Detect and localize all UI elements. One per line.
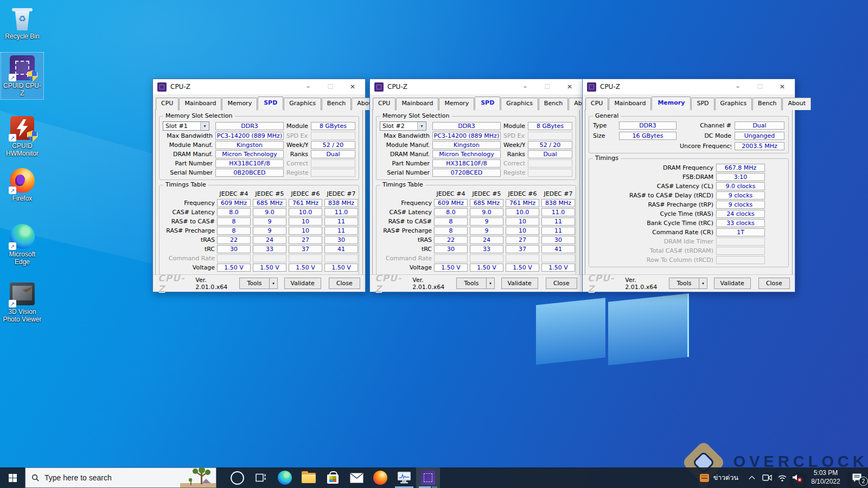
slot-combobox[interactable]: Slot #2▾ xyxy=(380,121,426,131)
tab-spd[interactable]: SPD xyxy=(475,97,500,109)
maximize-button[interactable]: ☐ xyxy=(538,79,557,94)
desktop-icon-recycle-bin[interactable]: ♻ Recycle Bin xyxy=(1,3,43,42)
column-header-jedec-6: JEDEC #6 xyxy=(506,190,539,198)
taskbar-cpuz-button[interactable] xyxy=(416,467,440,488)
tab-graphics[interactable]: Graphics xyxy=(501,98,538,110)
close-window-button[interactable]: Close xyxy=(546,278,577,289)
window-footer: CPU-Z Ver. 2.01.0.x64 Tools ▾ Validate C… xyxy=(583,274,795,292)
minimize-button[interactable]: – xyxy=(729,79,747,94)
maximize-button[interactable]: ☐ xyxy=(321,79,340,94)
tools-button[interactable]: Tools xyxy=(669,278,699,289)
tab-mainboard[interactable]: Mainboard xyxy=(396,98,438,110)
taskbar-firefox-button[interactable] xyxy=(368,467,392,488)
tools-dropdown-button[interactable]: ▾ xyxy=(486,278,495,289)
tab-spd[interactable]: SPD xyxy=(258,97,283,109)
tab-bench[interactable]: Bench xyxy=(322,98,351,110)
network-button[interactable] xyxy=(775,467,790,488)
field-ras-to-cas-0: 8 xyxy=(434,217,468,226)
field-cas-latency-3: 11.0 xyxy=(324,208,358,216)
desktop-icon-firefox[interactable]: ↗ Firefox xyxy=(1,165,43,204)
news-and-interests-button[interactable]: ข่าวด่วน xyxy=(694,467,744,488)
validate-button[interactable]: Validate xyxy=(501,278,538,289)
tab-mainboard[interactable]: Mainboard xyxy=(179,98,221,110)
memory-type-field: DDR3 xyxy=(432,122,501,130)
field-ras-precharge-0: 8 xyxy=(434,227,468,235)
tab-bench[interactable]: Bench xyxy=(752,98,782,110)
shortcut-arrow-icon: ↗ xyxy=(9,134,16,142)
tools-dropdown-button[interactable]: ▾ xyxy=(699,278,707,289)
version-label: Ver. 2.01.0.x64 xyxy=(195,277,239,291)
minimize-button[interactable]: – xyxy=(299,79,317,94)
field-tras-3: 30 xyxy=(541,236,575,244)
close-window-button[interactable]: Close xyxy=(329,278,360,289)
cortana-button[interactable] xyxy=(225,467,249,488)
titlebar[interactable]: CPU-Z – ☐ ✕ xyxy=(583,79,795,94)
label-voltage: Voltage xyxy=(380,264,432,271)
task-view-button[interactable] xyxy=(249,467,273,488)
field-voltage-0: 1.50 V xyxy=(434,264,468,272)
validate-button[interactable]: Validate xyxy=(714,278,751,289)
clock[interactable]: 5:03 PM 8/10/2022 xyxy=(805,469,846,486)
tab-page: Memory Slot SelectionSlot #1▾DDR3Module … xyxy=(155,110,363,278)
close-button[interactable]: ✕ xyxy=(560,79,579,94)
field-ras-precharge-3: 11 xyxy=(541,227,575,235)
validate-button[interactable]: Validate xyxy=(284,278,321,289)
meet-now-button[interactable] xyxy=(760,467,775,488)
tab-spd[interactable]: SPD xyxy=(691,98,714,110)
taskbar-edge-button[interactable] xyxy=(273,467,297,488)
chevron-down-icon[interactable]: ▾ xyxy=(200,122,209,130)
taskbar-hwmonitor-button[interactable] xyxy=(392,467,416,488)
tab-memory[interactable]: Memory xyxy=(439,98,474,110)
cpuz-logo: CPU-Z xyxy=(158,273,191,294)
label-tras: tRAS xyxy=(380,236,432,243)
desktop-icon-3d-vision-photo-viewer[interactable]: ↗ 3D Vision Photo Viewer xyxy=(1,279,43,325)
cpuz-app-icon xyxy=(374,82,384,92)
tab-bar: CPUMainboardMemorySPDGraphicsBenchAbout xyxy=(583,94,795,110)
tab-memory[interactable]: Memory xyxy=(222,98,257,110)
taskbar-store-button[interactable] xyxy=(321,467,344,488)
close-button[interactable]: ✕ xyxy=(773,79,792,94)
close-button[interactable]: ✕ xyxy=(343,79,362,94)
tab-graphics[interactable]: Graphics xyxy=(284,98,321,110)
hwmonitor-icon xyxy=(397,471,411,484)
tab-mainboard[interactable]: Mainboard xyxy=(609,98,651,110)
clock-time: 5:03 PM xyxy=(805,469,846,478)
tab-bench[interactable]: Bench xyxy=(539,98,568,110)
tab-cpu[interactable]: CPU xyxy=(156,98,178,110)
shortcut-arrow-icon: ↗ xyxy=(9,74,16,81)
action-center-button[interactable]: 2 xyxy=(846,467,868,488)
taskbar-file-explorer-button[interactable] xyxy=(297,467,321,488)
start-button[interactable] xyxy=(0,467,25,488)
slot-combobox[interactable]: Slot #1▾ xyxy=(163,121,209,131)
tab-about[interactable]: About xyxy=(782,98,811,110)
search-input[interactable]: Type here to search xyxy=(25,467,216,488)
tab-graphics[interactable]: Graphics xyxy=(715,98,752,110)
tab-cpu[interactable]: CPU xyxy=(373,98,395,110)
label-trc: tRC xyxy=(163,246,215,253)
maximize-button[interactable]: ☐ xyxy=(751,79,769,94)
close-window-button[interactable]: Close xyxy=(758,278,790,289)
tab-cpu[interactable]: CPU xyxy=(585,98,608,110)
slot-combobox-value: Slot #2 xyxy=(380,122,417,130)
titlebar[interactable]: CPU-Z – ☐ ✕ xyxy=(370,79,582,94)
group-title: Timings Table xyxy=(380,181,425,188)
desktop-icon-microsoft-edge[interactable]: ↗ Microsoft Edge xyxy=(1,221,43,268)
tools-dropdown-button[interactable]: ▾ xyxy=(269,278,278,289)
desktop-icon-label: 3D Vision Photo Viewer xyxy=(2,309,42,324)
titlebar[interactable]: CPU-Z – ☐ ✕ xyxy=(153,79,365,94)
tools-button[interactable]: Tools xyxy=(239,278,270,289)
chevron-down-icon[interactable]: ▾ xyxy=(417,122,426,130)
tab-memory[interactable]: Memory xyxy=(652,97,691,109)
tray-overflow-button[interactable] xyxy=(744,467,760,488)
minimize-button[interactable]: – xyxy=(516,79,534,94)
field-dram-frequency: 667.8 MHz xyxy=(716,164,765,172)
tools-button[interactable]: Tools xyxy=(456,278,487,289)
taskbar-mail-button[interactable] xyxy=(344,467,368,488)
label-command-rate-cr: Command Rate (CR) xyxy=(593,229,713,236)
desktop-icon-cpuid-cpuz[interactable]: ↗ CPUID CPU-Z xyxy=(1,53,43,99)
volume-button[interactable] xyxy=(790,467,805,488)
field-spd-ext xyxy=(311,132,355,140)
field-command-rate-1 xyxy=(470,254,503,262)
desktop-icon-cpuid-hwmonitor[interactable]: ↗ CPUID HWMonitor xyxy=(1,113,43,159)
desktop-icon-label: Microsoft Edge xyxy=(2,251,42,266)
